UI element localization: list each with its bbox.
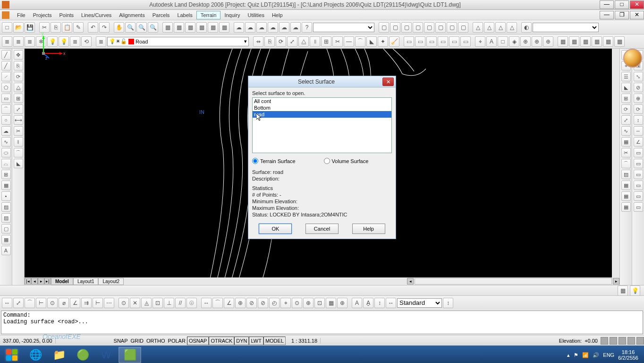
dialog-close-button[interactable]: ✕	[382, 78, 394, 86]
osnap-3[interactable]: ◬	[141, 298, 152, 308]
r2-tool-11[interactable]: ▭	[634, 159, 643, 168]
help-button[interactable]: Help	[352, 224, 385, 234]
dimstyle-button[interactable]: ↕	[443, 298, 453, 308]
trim-tool[interactable]: ✂	[14, 126, 23, 136]
menu-points[interactable]: Points	[55, 11, 77, 19]
inq-2[interactable]: ⌒	[212, 298, 223, 308]
osnap-5[interactable]: ⊥	[164, 298, 174, 308]
save-button[interactable]: 💾	[25, 22, 35, 33]
land-icon4[interactable]: ☁	[268, 22, 278, 33]
r2-tool-10[interactable]: ▭	[634, 148, 643, 157]
zoom-window-button[interactable]: 🔍	[136, 22, 147, 33]
radio-volume[interactable]: Volume Surface	[324, 158, 369, 164]
inq-3[interactable]: ∠	[224, 298, 234, 308]
hscroll-left[interactable]: ◂	[407, 278, 414, 285]
txt-3[interactable]: ↕	[374, 298, 385, 308]
scale-tool[interactable]: ⤢	[14, 104, 23, 114]
xline-tool[interactable]: ╱	[1, 61, 11, 70]
tab-model[interactable]: Model	[51, 278, 73, 285]
line-tool[interactable]: ╱	[1, 50, 11, 60]
inq-6[interactable]: ⊘	[258, 298, 268, 308]
table-tool[interactable]: ▦	[1, 235, 11, 244]
start-button[interactable]	[0, 346, 24, 363]
r2-tool-6[interactable]: ⟳	[634, 104, 643, 114]
task-word[interactable]: W	[95, 347, 118, 363]
scale-display[interactable]: 1 : 3311.18	[288, 338, 321, 344]
region-tool[interactable]: ▢	[1, 224, 11, 233]
txt-1[interactable]: A	[352, 298, 362, 308]
zoom-realtime-button[interactable]: 🔍	[125, 22, 136, 33]
dim-arc-button[interactable]: ⌒	[25, 298, 35, 308]
tray-lang[interactable]: ENG	[603, 352, 614, 358]
mode-osnap[interactable]: OSNAP	[187, 337, 209, 345]
dim-lin-button[interactable]: ↔	[2, 298, 12, 308]
cut-button[interactable]: ✂	[39, 22, 50, 33]
3d-icon3[interactable]: △	[495, 22, 506, 33]
tab-prev-button[interactable]: ◂	[31, 278, 38, 285]
arc-tool[interactable]: ⌒	[1, 104, 11, 114]
command-line[interactable]: Command: Loading surface <road>...	[1, 311, 643, 334]
r2-tool-9[interactable]: ∠	[634, 137, 643, 147]
task-autocad[interactable]: 🟩	[119, 347, 141, 363]
land-icon6[interactable]: ☁	[290, 22, 301, 33]
dimstyle-combo[interactable]: Standard	[397, 298, 442, 308]
menu-parcels[interactable]: Parcels	[149, 11, 174, 19]
dim-cont-button[interactable]: ⋯	[104, 298, 114, 308]
task-ie[interactable]: 🌐	[24, 347, 47, 363]
mode-snap[interactable]: SNAP	[112, 337, 129, 345]
cancel-button[interactable]: Cancel	[305, 224, 339, 234]
mode-dyn[interactable]: DYN	[234, 337, 249, 345]
match-button[interactable]: ✎	[73, 22, 84, 33]
tray-icon-1[interactable]: ▦	[618, 285, 628, 296]
osnap-4[interactable]: ⊡	[153, 298, 163, 308]
hscroll-track[interactable]	[415, 278, 612, 285]
solid-icon6[interactable]: ▢	[435, 22, 446, 33]
solid-icon3[interactable]: ▢	[401, 22, 412, 33]
dim-align-button[interactable]: ⤢	[13, 298, 24, 308]
r2-tool-3[interactable]: ⤡	[634, 72, 643, 81]
toolpalette-button[interactable]: ▦	[185, 22, 195, 33]
radio-terrain[interactable]: Terrain Surface	[252, 158, 296, 164]
solid-icon1[interactable]: ▢	[379, 22, 389, 33]
menu-labels[interactable]: Labels	[173, 11, 196, 19]
r2-tool-5[interactable]: ⊕	[634, 94, 643, 103]
inq-9[interactable]: ⊙	[292, 298, 302, 308]
polygon-tool[interactable]: ⬠	[1, 83, 11, 92]
menu-alignments[interactable]: Alignments	[115, 11, 148, 19]
3d-icon2[interactable]: △	[484, 22, 494, 33]
zoom-prev-button[interactable]: 🔍	[148, 22, 158, 33]
solid-icon2[interactable]: ▢	[390, 22, 400, 33]
chamfer-tool[interactable]: ◣	[14, 159, 23, 168]
designcenter-button[interactable]: ▦	[174, 22, 184, 33]
land-icon1[interactable]: ☁	[234, 22, 244, 33]
help-icon[interactable]: ?	[302, 22, 312, 33]
inq-8[interactable]: ⌖	[280, 298, 291, 308]
copy-tool[interactable]: ⎘	[14, 61, 23, 70]
doc-restore-button[interactable]: ❐	[615, 11, 629, 19]
dim-ord-button[interactable]: ⊢	[36, 298, 46, 308]
surface-item-2[interactable]: road	[253, 111, 391, 118]
tray-icon-bulb[interactable]: 💡	[630, 285, 640, 296]
ok-button[interactable]: OK	[259, 224, 292, 234]
quickcalc-button[interactable]: ▦	[219, 22, 229, 33]
r2-tool-12[interactable]: ▭	[634, 170, 643, 179]
paste-button[interactable]: 📋	[62, 22, 72, 33]
tray-flag-icon[interactable]: ⚑	[574, 352, 578, 358]
insert-tool[interactable]: ⊞	[1, 170, 11, 179]
inq-4[interactable]: ⊕	[235, 298, 246, 308]
menu-projects[interactable]: Projects	[29, 11, 56, 19]
mode-lwt[interactable]: LWT	[249, 337, 263, 345]
surface-item-0[interactable]: All cont	[253, 98, 391, 104]
app-icon-small[interactable]	[2, 11, 9, 19]
r2-tool-8[interactable]: ↔	[634, 126, 643, 136]
tray-time[interactable]: 18:16	[618, 349, 638, 355]
tray-net-icon[interactable]: 📶	[582, 352, 589, 358]
radio-terrain-input[interactable]	[252, 158, 258, 164]
inq-13[interactable]: ⊕	[337, 298, 347, 308]
land-icon5[interactable]: ☁	[279, 22, 289, 33]
solid-icon4[interactable]: ▢	[413, 22, 423, 33]
close-button[interactable]: ✕	[630, 0, 644, 9]
layer-iso-button[interactable]: ≣	[25, 36, 35, 47]
stretch-tool[interactable]: ⟷	[14, 115, 23, 125]
point-tool[interactable]: •	[1, 191, 11, 201]
